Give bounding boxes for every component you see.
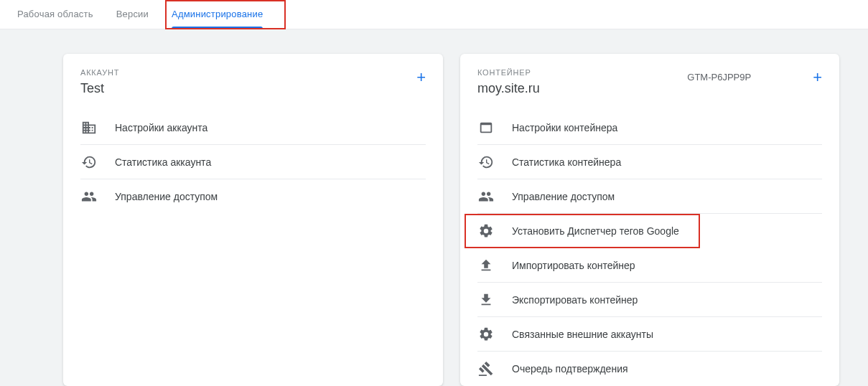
account-settings-item[interactable]: Настройки аккаунта: [80, 110, 426, 145]
download-icon: [477, 291, 495, 309]
install-gtm-item[interactable]: Установить Диспетчер тегов Google: [465, 214, 700, 248]
people-icon: [477, 188, 495, 205]
container-id: GTM-P6JPP9P: [687, 72, 751, 83]
add-container-button[interactable]: +: [813, 68, 822, 85]
account-access-item[interactable]: Управление доступом: [80, 179, 426, 214]
menu-label: Очередь подтверждения: [512, 363, 628, 375]
top-tabs: Рабочая область Версии Администрирование: [0, 0, 868, 29]
page-body: АККАУНТ Test + Настройки аккаунта Статис…: [0, 29, 868, 386]
container-access-item[interactable]: Управление доступом: [477, 179, 822, 214]
menu-label: Статистика контейнера: [512, 156, 621, 168]
menu-label: Импортировать контейнер: [512, 260, 635, 271]
gear-icon: [477, 222, 495, 240]
people-icon: [80, 188, 98, 205]
tab-admin[interactable]: Администрирование: [160, 0, 274, 29]
menu-label: Экспортировать контейнер: [512, 294, 638, 306]
container-settings-item[interactable]: Настройки контейнера: [477, 110, 822, 145]
container-name: moy.site.ru: [477, 81, 540, 96]
business-icon: [80, 119, 98, 136]
add-account-button[interactable]: +: [416, 68, 426, 85]
approval-queue-item[interactable]: Очередь подтверждения: [477, 352, 822, 386]
history-icon: [477, 154, 495, 171]
gear-icon: [477, 326, 495, 343]
gavel-icon: [477, 360, 495, 377]
account-name: Test: [80, 81, 119, 96]
container-activity-item[interactable]: Статистика контейнера: [477, 145, 822, 179]
tab-workspace[interactable]: Рабочая область: [6, 0, 105, 29]
external-accounts-item[interactable]: Связанные внешние аккаунты: [477, 317, 822, 352]
menu-label: Настройки контейнера: [512, 122, 617, 133]
web-asset-icon: [477, 119, 495, 136]
menu-label: Настройки аккаунта: [115, 122, 207, 133]
tab-versions[interactable]: Версии: [105, 0, 160, 29]
account-card: АККАУНТ Test + Настройки аккаунта Статис…: [63, 54, 443, 386]
export-container-item[interactable]: Экспортировать контейнер: [477, 283, 822, 317]
account-activity-item[interactable]: Статистика аккаунта: [80, 145, 426, 179]
menu-label: Установить Диспетчер тегов Google: [512, 225, 679, 237]
menu-label: Связанные внешние аккаунты: [512, 329, 653, 340]
import-container-item[interactable]: Импортировать контейнер: [477, 248, 822, 283]
account-section-label: АККАУНТ: [80, 68, 119, 77]
menu-label: Статистика аккаунта: [115, 156, 211, 168]
menu-label: Управление доступом: [512, 191, 615, 202]
upload-icon: [477, 257, 495, 274]
container-card: КОНТЕЙНЕР moy.site.ru GTM-P6JPP9P + Наст…: [460, 54, 839, 386]
history-icon: [80, 154, 98, 171]
menu-label: Управление доступом: [115, 191, 218, 202]
container-section-label: КОНТЕЙНЕР: [477, 68, 540, 77]
